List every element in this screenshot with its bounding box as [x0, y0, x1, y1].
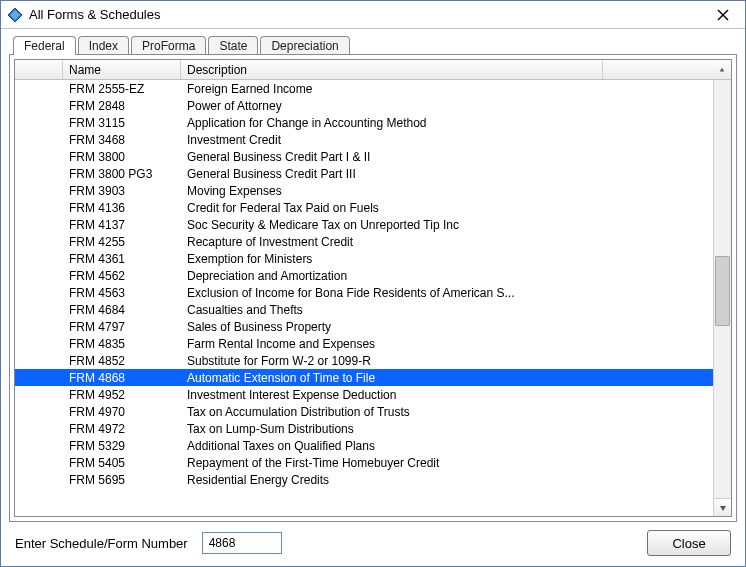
forms-listbox: Name Description FRM 2555-EZForeign Earn…: [14, 59, 732, 517]
table-row[interactable]: FRM 5695Residential Energy Credits: [15, 471, 713, 488]
table-row[interactable]: FRM 4137Soc Security & Medicare Tax on U…: [15, 216, 713, 233]
row-description-cell: Investment Interest Expense Deduction: [181, 388, 713, 402]
table-row[interactable]: FRM 2555-EZForeign Earned Income: [15, 80, 713, 97]
svg-marker-4: [720, 67, 725, 71]
row-description-cell: Sales of Business Property: [181, 320, 713, 334]
row-name-cell: FRM 3468: [63, 133, 181, 147]
tab-depreciation[interactable]: Depreciation: [260, 36, 349, 55]
row-name-cell: FRM 3903: [63, 184, 181, 198]
row-name-cell: FRM 4255: [63, 235, 181, 249]
tab-label: Index: [89, 39, 118, 53]
row-name-cell: FRM 4563: [63, 286, 181, 300]
row-description-cell: General Business Credit Part I & II: [181, 150, 713, 164]
table-row[interactable]: FRM 4835Farm Rental Income and Expenses: [15, 335, 713, 352]
tab-index[interactable]: Index: [78, 36, 129, 55]
form-number-input[interactable]: [202, 532, 282, 554]
footer: Enter Schedule/Form Number Close: [9, 522, 737, 558]
row-description-cell: Residential Energy Credits: [181, 473, 713, 487]
scroll-up-icon[interactable]: [713, 60, 731, 79]
row-name-cell: FRM 4972: [63, 422, 181, 436]
table-row[interactable]: FRM 2848Power of Attorney: [15, 97, 713, 114]
row-name-cell: FRM 4137: [63, 218, 181, 232]
row-name-cell: FRM 4868: [63, 371, 181, 385]
tab-label: Federal: [24, 39, 65, 53]
row-description-cell: Investment Credit: [181, 133, 713, 147]
table-row[interactable]: FRM 3800General Business Credit Part I &…: [15, 148, 713, 165]
tab-strip: FederalIndexProFormaStateDepreciation: [9, 35, 737, 54]
row-description-cell: Moving Expenses: [181, 184, 713, 198]
scrollbar-thumb[interactable]: [715, 256, 730, 326]
table-row[interactable]: FRM 3800 PG3General Business Credit Part…: [15, 165, 713, 182]
row-description-cell: Power of Attorney: [181, 99, 713, 113]
tab-proforma[interactable]: ProForma: [131, 36, 206, 55]
row-description-cell: Exclusion of Income for Bona Fide Reside…: [181, 286, 713, 300]
row-description-cell: Credit for Federal Tax Paid on Fuels: [181, 201, 713, 215]
body-area: FederalIndexProFormaStateDepreciation Na…: [1, 29, 745, 566]
row-name-cell: FRM 3800: [63, 150, 181, 164]
row-name-cell: FRM 3800 PG3: [63, 167, 181, 181]
table-row[interactable]: FRM 4562Depreciation and Amortization: [15, 267, 713, 284]
row-name-cell: FRM 4684: [63, 303, 181, 317]
row-name-cell: FRM 4852: [63, 354, 181, 368]
row-description-cell: Soc Security & Medicare Tax on Unreporte…: [181, 218, 713, 232]
table-row[interactable]: FRM 4255Recapture of Investment Credit: [15, 233, 713, 250]
row-description-cell: Casualties and Thefts: [181, 303, 713, 317]
row-name-cell: FRM 5695: [63, 473, 181, 487]
scrollbar-track[interactable]: [714, 80, 731, 498]
close-button[interactable]: Close: [647, 530, 731, 556]
row-name-cell: FRM 3115: [63, 116, 181, 130]
table-row[interactable]: FRM 5329Additional Taxes on Qualified Pl…: [15, 437, 713, 454]
close-icon[interactable]: [707, 3, 739, 27]
row-description-cell: Depreciation and Amortization: [181, 269, 713, 283]
column-header-description[interactable]: Description: [181, 60, 603, 79]
table-row[interactable]: FRM 3468Investment Credit: [15, 131, 713, 148]
row-name-cell: FRM 4835: [63, 337, 181, 351]
row-description-cell: Exemption for Ministers: [181, 252, 713, 266]
list-scroll-area: FRM 2555-EZForeign Earned IncomeFRM 2848…: [15, 80, 731, 516]
diamond-icon: [7, 7, 23, 23]
table-row[interactable]: FRM 5405Repayment of the First-Time Home…: [15, 454, 713, 471]
row-description-cell: Automatic Extension of Time to File: [181, 371, 713, 385]
list-header: Name Description: [15, 60, 731, 80]
table-row[interactable]: FRM 4852Substitute for Form W-2 or 1099-…: [15, 352, 713, 369]
window: All Forms & Schedules FederalIndexProFor…: [0, 0, 746, 567]
table-row[interactable]: FRM 4563Exclusion of Income for Bona Fid…: [15, 284, 713, 301]
column-header-spacer[interactable]: [603, 60, 713, 79]
table-row[interactable]: FRM 4868Automatic Extension of Time to F…: [15, 369, 713, 386]
row-description-cell: Farm Rental Income and Expenses: [181, 337, 713, 351]
form-number-label: Enter Schedule/Form Number: [15, 536, 188, 551]
table-row[interactable]: FRM 4361Exemption for Ministers: [15, 250, 713, 267]
row-name-cell: FRM 4361: [63, 252, 181, 266]
table-row[interactable]: FRM 4952Investment Interest Expense Dedu…: [15, 386, 713, 403]
table-row[interactable]: FRM 3903Moving Expenses: [15, 182, 713, 199]
window-title: All Forms & Schedules: [29, 7, 707, 22]
tab-federal[interactable]: Federal: [13, 36, 76, 55]
row-name-cell: FRM 4970: [63, 405, 181, 419]
table-row[interactable]: FRM 4972Tax on Lump-Sum Distributions: [15, 420, 713, 437]
row-name-cell: FRM 4797: [63, 320, 181, 334]
row-name-cell: FRM 5405: [63, 456, 181, 470]
vertical-scrollbar[interactable]: [713, 80, 731, 516]
row-description-cell: Tax on Lump-Sum Distributions: [181, 422, 713, 436]
tab-label: State: [219, 39, 247, 53]
row-description-cell: Recapture of Investment Credit: [181, 235, 713, 249]
tab-label: ProForma: [142, 39, 195, 53]
table-row[interactable]: FRM 3115Application for Change in Accoun…: [15, 114, 713, 131]
row-description-cell: Substitute for Form W-2 or 1099-R: [181, 354, 713, 368]
tab-state[interactable]: State: [208, 36, 258, 55]
table-row[interactable]: FRM 4684Casualties and Thefts: [15, 301, 713, 318]
table-row[interactable]: FRM 4797Sales of Business Property: [15, 318, 713, 335]
row-description-cell: Additional Taxes on Qualified Plans: [181, 439, 713, 453]
scroll-down-icon[interactable]: [714, 498, 731, 516]
row-name-cell: FRM 4136: [63, 201, 181, 215]
row-description-cell: Foreign Earned Income: [181, 82, 713, 96]
column-header-name[interactable]: Name: [63, 60, 181, 79]
row-name-cell: FRM 4952: [63, 388, 181, 402]
table-row[interactable]: FRM 4970Tax on Accumulation Distribution…: [15, 403, 713, 420]
column-header-blank[interactable]: [15, 60, 63, 79]
row-description-cell: General Business Credit Part III: [181, 167, 713, 181]
tab-label: Depreciation: [271, 39, 338, 53]
table-row[interactable]: FRM 4136Credit for Federal Tax Paid on F…: [15, 199, 713, 216]
row-description-cell: Tax on Accumulation Distribution of Trus…: [181, 405, 713, 419]
row-name-cell: FRM 2555-EZ: [63, 82, 181, 96]
